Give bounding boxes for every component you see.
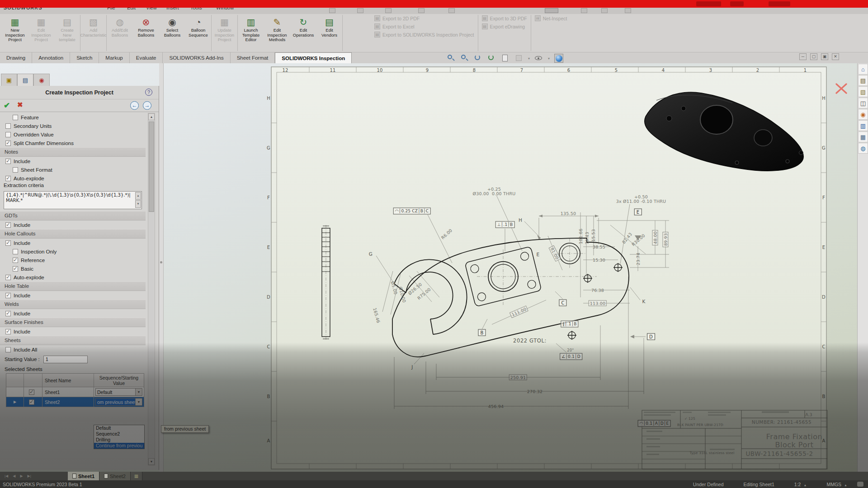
sheet-tab[interactable]: Sheet1 (68, 472, 99, 480)
display-style-icon[interactable] (514, 54, 524, 63)
panel-splitter[interactable] (159, 63, 164, 472)
dropdown-option[interactable]: Drilling (94, 437, 144, 443)
export-item[interactable]: ▤Export to SOLIDWORKS Inspection Project (374, 32, 474, 38)
menu-insert[interactable]: Insert (166, 8, 179, 10)
checkbox-box[interactable] (5, 141, 11, 146)
toolbar-icon[interactable] (601, 8, 608, 13)
Sheet2[interactable]: ▶ Sheet2 om previous sheet▼ (6, 397, 144, 407)
checkbox-box[interactable] (5, 293, 11, 298)
view-palette-icon[interactable]: ◫ (858, 98, 868, 108)
toolbar-icon[interactable] (418, 8, 425, 13)
hole-callouts-auto-explode-checkbox[interactable]: Auto-explode (0, 273, 146, 282)
menu-window[interactable]: Window (216, 8, 234, 10)
toolbar-icon[interactable] (329, 8, 335, 13)
propertymanager-tab[interactable]: ▤ (17, 74, 33, 86)
command-tab[interactable]: Sheet Format (231, 52, 275, 63)
sheet-checkbox[interactable] (29, 399, 34, 405)
starting-value-input[interactable] (43, 356, 88, 363)
panel-scrollbar[interactable]: ▲ ▼ (148, 113, 155, 465)
launch-template-editor-button[interactable]: ▥ Launch Template Editor (238, 15, 264, 51)
close-doc-icon[interactable]: ✕ (832, 53, 839, 60)
sequence-combo[interactable]: Default▼ (95, 388, 142, 396)
remove-balloons-button[interactable]: ⊗ Remove Balloons (133, 15, 159, 51)
command-tab[interactable]: Evaluate (130, 52, 163, 63)
help-icon[interactable]: ? (145, 89, 152, 96)
scroll-thumb[interactable] (149, 122, 154, 212)
checkbox-box[interactable] (13, 249, 18, 254)
checkbox-box[interactable] (13, 266, 18, 272)
split-chamfer-dimensions-checkbox[interactable]: Split Chamfer Dimensions (0, 139, 146, 147)
dropdown-option[interactable]: Default (94, 425, 144, 431)
minimize-icon[interactable]: ─ (799, 53, 807, 60)
extraction-criteria-input[interactable]: {1,4}.*|^RUN@.*|(\.\d{1,3}\s{0,3}X\s{0,3… (4, 191, 142, 209)
sheet-icon[interactable] (501, 54, 510, 63)
checkbox-box[interactable] (13, 115, 18, 120)
welds-include-checkbox[interactable]: Include (0, 309, 146, 318)
checkbox-box[interactable] (5, 329, 11, 334)
forum-icon[interactable]: ◍ (858, 143, 868, 154)
add-characteristic-button[interactable]: ▧ Add Characteristic (80, 15, 107, 51)
notes-sheet-format-checkbox[interactable]: Sheet Format (0, 165, 146, 174)
menu-tools[interactable]: Tools (190, 8, 202, 10)
command-tab[interactable]: SOLIDWORKS Add-Ins (163, 52, 230, 63)
cancel-button[interactable]: ✖ (17, 101, 23, 109)
toolbar-icon[interactable] (581, 8, 587, 13)
rotate-view-icon[interactable] (487, 54, 496, 63)
home-icon[interactable]: ⌂ (858, 64, 868, 75)
design-library-icon[interactable]: ▤ (858, 75, 868, 86)
checkbox-box[interactable] (5, 275, 11, 280)
toolbar-icon[interactable] (385, 8, 392, 13)
export-item[interactable]: ▤Export eDrawing (482, 23, 527, 29)
view-settings-icon[interactable] (534, 54, 543, 63)
zoom-area-icon[interactable] (460, 54, 469, 63)
checkbox-box[interactable] (5, 132, 11, 137)
status-item[interactable]: Editing Sheet1▲ (734, 482, 784, 487)
combo-arrow-icon[interactable]: ▼ (135, 389, 142, 395)
scroll-down-icon[interactable]: ▼ (148, 458, 155, 465)
combo-arrow-icon[interactable]: ▼ (135, 399, 142, 405)
notes-auto-explode-checkbox[interactable]: Auto-explode (0, 174, 146, 183)
command-tab[interactable]: Drawing (0, 52, 32, 63)
export-item[interactable]: ▤Export to 3D PDF (482, 15, 527, 21)
status-item[interactable]: 1:2▲ (784, 482, 817, 487)
command-tab[interactable]: Annotation (32, 52, 70, 63)
menu-view[interactable]: View (146, 8, 157, 10)
toolbar-icon[interactable] (448, 8, 455, 13)
menu-edit[interactable]: Edit (127, 8, 136, 10)
checkbox-box[interactable] (5, 176, 11, 181)
checkbox-box[interactable] (5, 123, 11, 129)
feature-checkbox[interactable]: Feature (0, 113, 146, 122)
render-sphere-icon[interactable] (554, 54, 563, 63)
create-new-template-button[interactable]: ▤ Create New template (54, 15, 80, 51)
secondary-units-checkbox[interactable]: Secondary Units (0, 122, 146, 130)
appearances-icon[interactable]: ◉ (858, 109, 868, 120)
checkbox-box[interactable] (5, 311, 11, 316)
edit-inspection-methods-button[interactable]: ✎ Edit Inspection Methods (264, 15, 290, 51)
ok-button[interactable]: ✔ (4, 101, 10, 110)
hole-table-include-checkbox[interactable]: Include (0, 291, 146, 300)
select-balloons-button[interactable]: ◉ Select Balloons (159, 15, 185, 51)
notes-include-checkbox[interactable]: Include (0, 157, 146, 165)
new-inspection-project-button[interactable]: ▦ New Inspection Project (2, 15, 28, 51)
display-style-caret[interactable]: ▾ (528, 56, 530, 61)
add-edit-balloons-button[interactable]: ◍ Add/Edit Balloons (107, 15, 133, 51)
include-all-checkbox[interactable]: Include All (0, 345, 146, 354)
pan-icon[interactable] (474, 54, 483, 63)
sequence-combo[interactable]: om previous sheet▼ (95, 398, 142, 406)
export-item[interactable]: ▤Export to Excel (374, 23, 474, 29)
view-settings-caret[interactable]: ▾ (548, 56, 550, 61)
checkbox-box[interactable] (5, 240, 11, 246)
net-inspect-button[interactable]: ni Net-Inspect (535, 15, 567, 21)
Sheet1[interactable]: Sheet1 Default▼ (6, 387, 144, 397)
command-tab[interactable]: SOLIDWORKS Inspection (275, 52, 352, 63)
checkbox-box[interactable] (5, 222, 11, 228)
restore-icon[interactable]: ▢ (810, 53, 817, 60)
spinner-icons[interactable]: ▲▼ (135, 192, 141, 208)
toolbar-icon[interactable] (625, 8, 631, 13)
menu-file[interactable]: File (107, 8, 115, 10)
overridden-value-checkbox[interactable]: Overridden Value (0, 130, 146, 139)
reference-checkbox[interactable]: Reference (0, 256, 146, 264)
file-explorer-icon[interactable]: ▧ (858, 86, 868, 97)
dropdown-option[interactable]: Continue from previou (94, 443, 144, 449)
checkbox-box[interactable] (5, 159, 11, 164)
